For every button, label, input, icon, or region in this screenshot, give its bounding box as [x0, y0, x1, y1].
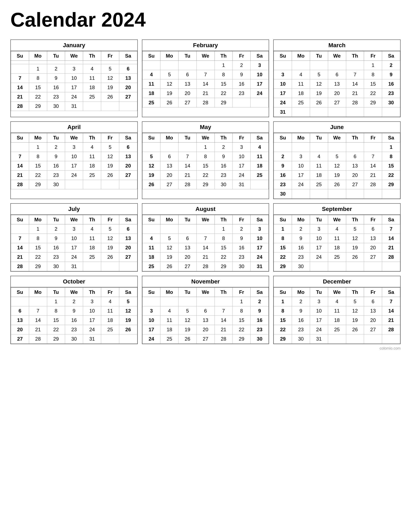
day-cell: 14 — [364, 161, 382, 171]
day-cell: 26 — [346, 325, 364, 334]
day-cell: 10 — [251, 70, 269, 79]
month-march: MarchSuMoTuWeThFrSa123456789101112131415… — [273, 39, 401, 117]
day-cell: 15 — [214, 79, 232, 89]
weekday-header-sa: Sa — [251, 215, 269, 224]
month-title: January — [11, 40, 137, 51]
day-cell: 28 — [364, 180, 382, 189]
day-cell: 3 — [274, 70, 292, 79]
weekday-header-tu: Tu — [310, 288, 328, 297]
week-row: 18192021222324 — [142, 253, 269, 262]
day-cell: 13 — [364, 306, 382, 316]
day-cell: 7 — [11, 152, 29, 161]
weekday-header-th: Th — [214, 51, 232, 61]
day-cell: 24 — [65, 92, 83, 102]
day-cell: 7 — [214, 306, 232, 316]
day-cell: 2 — [214, 142, 232, 152]
week-row: 2930 — [274, 262, 400, 271]
week-row: 123456 — [11, 224, 137, 234]
day-cell: 31 — [232, 180, 251, 189]
weekday-header-sa: Sa — [119, 133, 137, 142]
weekday-header-tu: Tu — [179, 133, 197, 142]
weekday-header-fr: Fr — [232, 51, 251, 61]
weekday-header-we: We — [65, 51, 83, 61]
weekday-header-sa: Sa — [382, 133, 400, 142]
day-cell: 12 — [119, 306, 137, 316]
day-cell: 3 — [251, 61, 269, 70]
weekday-header-mo: Mo — [160, 133, 179, 142]
day-cell: 26 — [310, 98, 328, 107]
week-row: 21222324252627 — [11, 171, 137, 180]
day-cell: 8 — [232, 306, 251, 316]
day-cell: 7 — [11, 74, 29, 83]
month-title: February — [142, 40, 269, 51]
month-table: SuMoTuWeThFrSa12345678910111213141516171… — [142, 51, 269, 107]
day-cell: 17 — [142, 325, 160, 334]
weekday-header-tu: Tu — [47, 51, 65, 61]
day-cell: 22 — [382, 171, 400, 180]
day-cell: 23 — [47, 171, 65, 180]
weekday-header-we: We — [65, 215, 83, 224]
day-cell: 14 — [214, 316, 232, 325]
day-cell — [179, 297, 197, 306]
day-cell: 30 — [274, 189, 292, 199]
week-row: 15161718192021 — [274, 243, 400, 253]
day-cell: 27 — [179, 98, 197, 107]
day-cell — [292, 189, 310, 199]
weekday-header-th: Th — [83, 288, 101, 297]
calendar-grid: JanuarySuMoTuWeThFrSa1234567891011121314… — [10, 39, 401, 344]
day-cell: 21 — [364, 171, 382, 180]
day-cell: 17 — [292, 171, 310, 180]
day-cell: 11 — [142, 79, 160, 89]
day-cell: 10 — [251, 234, 269, 243]
day-cell: 13 — [328, 79, 346, 89]
day-cell: 16 — [65, 316, 83, 325]
weekday-header-fr: Fr — [232, 133, 251, 142]
day-cell: 27 — [119, 253, 137, 262]
month-title: May — [142, 122, 269, 133]
week-row: 891011121314 — [274, 234, 400, 243]
weekday-header-fr: Fr — [232, 288, 251, 297]
day-cell: 13 — [119, 234, 137, 243]
weekday-header-tu: Tu — [179, 51, 197, 61]
day-cell: 2 — [274, 152, 292, 161]
weekday-header-fr: Fr — [101, 51, 119, 61]
day-cell: 23 — [274, 180, 292, 189]
day-cell: 17 — [65, 83, 83, 92]
day-cell: 20 — [160, 171, 179, 180]
day-cell: 11 — [160, 316, 179, 325]
day-cell: 5 — [101, 64, 119, 74]
week-row: 45678910 — [142, 70, 269, 79]
day-cell — [47, 61, 65, 64]
day-cell: 2 — [47, 142, 65, 152]
day-cell: 1 — [274, 224, 292, 234]
day-cell — [364, 262, 382, 271]
day-cell: 10 — [83, 306, 101, 316]
day-cell: 25 — [83, 92, 101, 102]
weekday-header-fr: Fr — [364, 133, 382, 142]
day-cell: 4 — [160, 306, 179, 316]
day-cell: 1 — [197, 142, 215, 152]
day-cell: 7 — [179, 152, 197, 161]
weekday-header-su: Su — [274, 215, 292, 224]
weekday-header-su: Su — [11, 215, 29, 224]
day-cell: 13 — [160, 161, 179, 171]
day-cell: 28 — [179, 180, 197, 189]
day-cell: 1 — [274, 297, 292, 306]
day-cell: 4 — [328, 297, 346, 306]
month-table: SuMoTuWeThFrSa12345678910111213141516171… — [274, 287, 400, 344]
day-cell — [11, 224, 29, 234]
day-cell: 16 — [292, 316, 310, 325]
day-cell: 15 — [29, 161, 47, 171]
day-cell: 9 — [292, 306, 310, 316]
week-row: 567891011 — [142, 152, 269, 161]
day-cell: 19 — [101, 243, 119, 253]
week-row: 14151617181920 — [11, 161, 137, 171]
day-cell: 23 — [214, 171, 232, 180]
day-cell: 22 — [29, 92, 47, 102]
day-cell: 5 — [346, 224, 364, 234]
day-cell: 22 — [274, 325, 292, 334]
day-cell: 24 — [310, 325, 328, 334]
month-june: JuneSuMoTuWeThFrSa1234567891011121314151… — [273, 121, 401, 199]
day-cell — [11, 297, 29, 306]
day-cell: 17 — [274, 89, 292, 98]
